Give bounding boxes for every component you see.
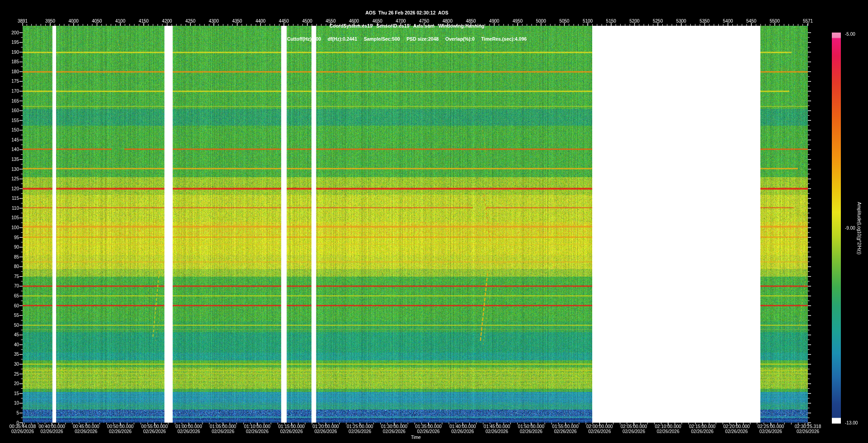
time-tick-label: 02:10:00.00002/26/2026 — [655, 424, 681, 434]
frequency-tick-label: 20 — [2, 381, 19, 386]
frequency-tick-label: 60 — [2, 303, 19, 308]
record-tick-label: 3891 — [9, 19, 36, 24]
frequency-tick-label: 105 — [2, 215, 19, 220]
frequency-tick-label: 180 — [2, 69, 19, 74]
amplitude-axis-title: Amplitude(Log10(g^2/Hz)) — [857, 202, 862, 254]
frequency-tick-label: 15 — [2, 391, 19, 396]
plot-header: AOS Thu 26 Feb 2026 02:30:12 AOS CoordSy… — [23, 2, 791, 46]
frequency-tick-label: 80 — [2, 264, 19, 269]
frequency-tick-label: 155 — [2, 118, 19, 123]
time-tick-label: 02:30:25.31802/26/2026 — [795, 424, 821, 434]
time-tick-label: 01:35:00.00002/26/2026 — [415, 424, 441, 434]
frequency-tick-label: 200 — [2, 30, 19, 35]
spectrogram-canvas — [0, 0, 868, 443]
frequency-tick-label: 130 — [2, 167, 19, 172]
time-tick-label: 02:05:00.00002/26/2026 — [621, 424, 647, 434]
colorbar-tick-label: -13.00 — [845, 420, 858, 425]
time-tick-label: 01:05:00.00002/26/2026 — [210, 424, 236, 434]
frequency-tick-label: 95 — [2, 235, 19, 240]
time-tick-label: 01:15:00.00002/26/2026 — [278, 424, 304, 434]
time-tick-label: 00:35:44.03802/26/2026 — [9, 424, 36, 434]
frequency-tick-label: 120 — [2, 186, 19, 191]
frequency-tick-label: 75 — [2, 274, 19, 279]
time-tick-label: 00:40:00.00002/26/2026 — [38, 424, 65, 434]
frequency-tick-label: 140 — [2, 147, 19, 152]
time-tick-label: 01:20:00.00002/26/2026 — [312, 424, 339, 434]
frequency-tick-label: 175 — [2, 79, 19, 84]
frequency-tick-label: 115 — [2, 196, 19, 201]
header-title: AOS Thu 26 Feb 2026 02:30:12 AOS — [23, 11, 791, 15]
frequency-tick-label: 30 — [2, 362, 19, 367]
header-params-line2: Cuttoff(Hz):200 df(Hz):0.2441 Sample/Sec… — [23, 37, 791, 42]
time-tick-label: 01:10:00.00002/26/2026 — [244, 424, 270, 434]
frequency-tick-label: 25 — [2, 372, 19, 377]
frequency-tick-label: 110 — [2, 206, 19, 211]
frequency-tick-label: 45 — [2, 332, 19, 337]
time-tick-label: 02:15:00.00002/26/2026 — [689, 424, 715, 434]
frequency-tick-label: 185 — [2, 59, 19, 64]
time-axis-title: Time — [411, 435, 421, 440]
time-tick-label: 02:00:00.00002/26/2026 — [586, 424, 613, 434]
time-tick-label: 00:55:00.00002/26/2026 — [142, 424, 168, 434]
frequency-tick-label: 85 — [2, 254, 19, 259]
time-tick-label: 00:45:00.00002/26/2026 — [73, 424, 99, 434]
frequency-tick-label: 5 — [2, 410, 19, 415]
frequency-tick-label: 10 — [2, 401, 19, 405]
frequency-tick-label: 190 — [2, 50, 19, 55]
frequency-tick-label: 35 — [2, 352, 19, 357]
frequency-tick-label: 195 — [2, 40, 19, 45]
time-tick-label: 01:25:00.00002/26/2026 — [347, 424, 373, 434]
frequency-tick-label: 170 — [2, 89, 19, 94]
frequency-tick-label: 135 — [2, 157, 19, 162]
frequency-tick-label: 160 — [2, 108, 19, 113]
time-tick-label: 01:55:00.00002/26/2026 — [552, 424, 578, 434]
frequency-tick-label: 90 — [2, 245, 19, 250]
colorbar-tick-label: -5.00 — [845, 32, 855, 37]
time-tick-label: 01:30:00.00002/26/2026 — [381, 424, 407, 434]
frequency-tick-label: 125 — [2, 176, 19, 181]
time-tick-label: 01:00:00.00002/26/2026 — [175, 424, 202, 434]
time-tick-label: 01:50:00.00002/26/2026 — [518, 424, 544, 434]
frequency-tick-label: 165 — [2, 99, 19, 104]
time-tick-label: 02:20:00.00002/26/2026 — [723, 424, 750, 434]
frequency-tick-label: 50 — [2, 323, 19, 328]
record-tick-label: 5571 — [794, 19, 821, 24]
frequency-tick-label: 145 — [2, 137, 19, 142]
time-tick-label: 01:45:00.00002/26/2026 — [484, 424, 510, 434]
frequency-tick-label: 65 — [2, 293, 19, 298]
frequency-tick-label: 150 — [2, 127, 19, 132]
time-tick-label: 02:25:00.00002/26/2026 — [758, 424, 784, 434]
frequency-tick-label: 55 — [2, 313, 19, 318]
time-tick-label: 00:50:00.00002/26/2026 — [107, 424, 133, 434]
time-tick-label: 01:40:00.00002/26/2026 — [449, 424, 476, 434]
colorbar-tick-label: -9.00 — [845, 226, 855, 231]
frequency-tick-label: 70 — [2, 283, 19, 288]
frequency-tick-label: 40 — [2, 342, 19, 347]
record-tick-label: 5500 — [761, 19, 788, 24]
frequency-tick-label: 100 — [2, 225, 19, 230]
header-params-line1: CoordSystem:es19 SensorID:es19 Axis:sum … — [23, 24, 791, 28]
